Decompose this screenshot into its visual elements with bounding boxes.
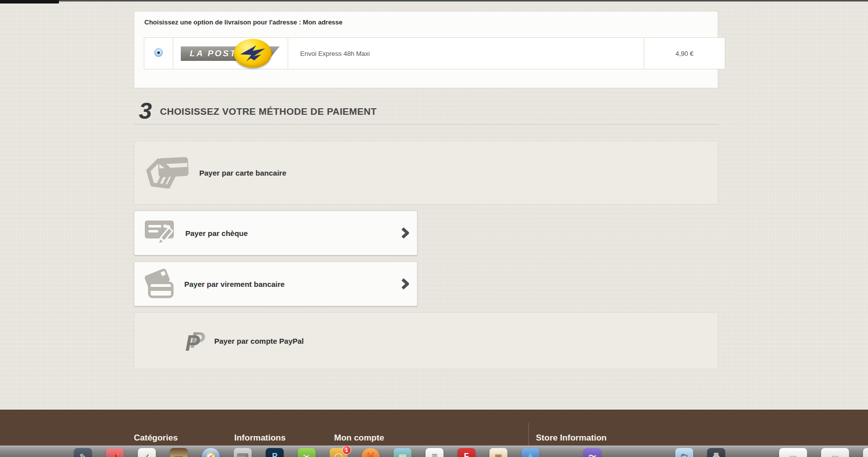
footer-heading-informations[interactable]: Informations (234, 433, 286, 443)
carrier-radio-selected[interactable] (154, 48, 163, 57)
payment-option-cheque[interactable]: Payer par chèque (134, 211, 418, 255)
payment-option-label: Payer par carte bancaire (199, 169, 286, 177)
credit-card-hand-icon (145, 156, 191, 190)
gold-ring-icon[interactable]: ◯1 (330, 448, 348, 457)
pages-doc-icon[interactable]: ≣ (426, 448, 443, 457)
page: Choisissez une option de livraison pour … (0, 0, 868, 457)
delivery-title: Choisissez une option de livraison pour … (144, 18, 718, 26)
blue-folder-icon[interactable]: 🗀 (675, 448, 693, 457)
blue-drops-icon[interactable]: 💧 (521, 448, 539, 457)
chevron-right-icon (401, 278, 409, 290)
photoshop-icon[interactable]: P (266, 448, 284, 457)
spiral-calendar-icon[interactable]: ▦ (489, 448, 507, 457)
safari-icon[interactable]: 🧭 (202, 448, 220, 457)
step-number: 3 (139, 100, 152, 121)
minimized-window-1-icon[interactable]: ▭ (779, 448, 807, 457)
laposte-logo: LA POSTE (181, 39, 283, 68)
dashboard-icon[interactable]: ⌨ (234, 448, 252, 457)
firefox-icon[interactable]: 🦊 (362, 448, 380, 457)
payment-option-virement[interactable]: Payer par virement bancaire (134, 261, 418, 306)
svg-text:P: P (185, 331, 200, 354)
purple-wisp-icon[interactable]: 〜 (583, 448, 601, 457)
keynote-icon[interactable]: ▤ (394, 448, 412, 457)
text-editor-icon[interactable]: ✎ (74, 448, 92, 457)
footer-heading-store-information[interactable]: Store Information (536, 433, 607, 443)
delivery-option-label: Envoi Express 48h Maxi (300, 50, 370, 57)
printer-icon[interactable]: 🖶 (707, 448, 725, 457)
footer-heading-categories[interactable]: Catégories (134, 433, 178, 443)
stickies-icon[interactable]: ▬ (170, 448, 188, 457)
payment-step-header: 3 CHOISISSEZ VOTRE MÉTHODE DE PAIEMENT (134, 94, 718, 125)
carrier-table: LA POSTE Envoi Express 48h Maxi 4,90 € (144, 37, 725, 69)
paypal-icon: P P (184, 328, 207, 354)
green-scissors-icon[interactable]: ✂ (298, 448, 316, 457)
delivery-option-price: 4,90 € (675, 50, 693, 57)
payment-option-label: Payer par chèque (185, 229, 248, 237)
payment-step-title: CHOISISSEZ VOTRE MÉTHODE DE PAIEMENT (160, 106, 377, 117)
minimized-window-3-icon[interactable]: ▭ (863, 448, 868, 457)
bank-transfer-cards-icon (143, 268, 175, 300)
browser-tab-remnant (0, 0, 59, 3)
footer-heading-mon-compte[interactable]: Mon compte (334, 433, 384, 443)
payment-option-card-bancaire[interactable]: Payer par carte bancaire (134, 141, 718, 205)
minimized-window-2-icon[interactable]: ▭ (821, 448, 849, 457)
payment-option-label: Payer par compte PayPal (214, 337, 304, 345)
red-calendar-icon[interactable]: 📌 (106, 448, 124, 457)
fireworks-stamp-icon[interactable]: F (457, 448, 475, 457)
payment-option-label: Payer par virement bancaire (184, 280, 285, 288)
carrier-row[interactable]: LA POSTE Envoi Express 48h Maxi 4,90 € (144, 38, 725, 69)
payment-option-paypal[interactable]: P P Payer par compte PayPal (134, 312, 718, 369)
cheque-pen-icon (143, 217, 176, 249)
dock[interactable]: ✎📌✓▬🧭⌨P✂◯1🦊▤≣F▦💧〜🗀🖶▭▭▭◍ (0, 446, 868, 457)
note-check-icon[interactable]: ✓ (138, 448, 156, 457)
laposte-bird-icon (239, 43, 266, 63)
chevron-right-icon (401, 227, 409, 239)
delivery-options-panel: Choisissez une option de livraison pour … (134, 11, 718, 88)
browser-top-edge (0, 0, 868, 1)
